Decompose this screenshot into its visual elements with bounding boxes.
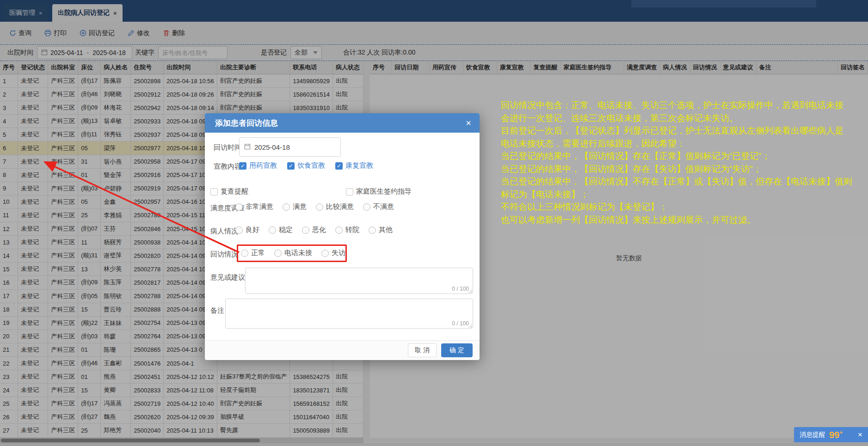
dialog-title: 添加患者回访信息 xyxy=(215,118,278,128)
patient-condition-label: 病人情况 xyxy=(210,227,238,236)
radio-option[interactable]: 正常 xyxy=(241,249,265,257)
dialog-header: 添加患者回访信息 × xyxy=(205,113,480,133)
checkbox-icon[interactable]: ✓ xyxy=(239,162,246,170)
checkbox-icon[interactable]: ✓ xyxy=(287,162,295,170)
patient-condition-radio-group: 良好稳定恶化转院其他 xyxy=(235,226,393,234)
radio-icon[interactable] xyxy=(369,226,376,234)
checkbox-option[interactable]: ✓用药宣教 xyxy=(239,161,277,170)
visit-time-label: 回访时间 xyxy=(214,143,241,152)
radio-icon[interactable] xyxy=(302,226,309,234)
opinion-label: 意见或建议 xyxy=(210,273,245,282)
calendar-icon xyxy=(244,143,251,151)
close-icon[interactable]: × xyxy=(466,118,471,128)
education-checkbox-group: ✓用药宣教✓饮食宣教✓康复宣教 xyxy=(239,161,373,170)
radio-icon[interactable] xyxy=(274,250,282,257)
remark-textarea[interactable] xyxy=(226,299,473,328)
radio-icon[interactable] xyxy=(235,203,243,211)
radio-option[interactable]: 稳定 xyxy=(269,226,293,234)
radio-option[interactable]: 转院 xyxy=(335,226,359,234)
close-icon[interactable]: × xyxy=(858,430,862,440)
visit-date-value: 2025-04-18 xyxy=(254,143,290,151)
radio-icon[interactable] xyxy=(235,226,243,234)
opinion-textarea-wrap: 0 / 100 xyxy=(245,268,473,294)
radio-icon[interactable] xyxy=(363,203,370,211)
dialog-footer: 取 消 确 定 xyxy=(205,340,480,360)
checkbox-icon[interactable] xyxy=(210,188,218,196)
radio-option[interactable]: 其他 xyxy=(369,226,393,234)
radio-option[interactable]: 恶化 xyxy=(302,226,326,234)
cancel-button[interactable]: 取 消 xyxy=(408,343,437,357)
review-reminder-checkbox[interactable]: 复查提醒 xyxy=(210,187,248,196)
radio-icon[interactable] xyxy=(321,250,329,257)
education-label: 宣教内容 xyxy=(214,162,241,171)
radio-option[interactable]: 电话未接 xyxy=(274,249,312,257)
opinion-counter: 0 / 100 xyxy=(452,286,469,292)
remark-textarea-wrap: 0 / 100 xyxy=(225,299,473,329)
checkbox-icon[interactable] xyxy=(346,188,353,196)
visit-date-input[interactable]: 2025-04-18 xyxy=(239,137,341,157)
radio-option[interactable]: 比较满意 xyxy=(316,202,354,211)
radio-option[interactable]: 不满意 xyxy=(363,202,394,211)
checkbox-option[interactable]: ✓饮食宣教 xyxy=(287,161,325,170)
radio-option[interactable]: 非常满意 xyxy=(235,202,273,211)
radio-option[interactable]: 良好 xyxy=(235,226,259,234)
radio-icon[interactable] xyxy=(335,226,343,234)
checkbox-icon[interactable]: ✓ xyxy=(335,162,343,170)
radio-icon[interactable] xyxy=(241,250,248,257)
opinion-textarea[interactable] xyxy=(246,268,473,293)
followup-result-label: 回访情况 xyxy=(210,250,238,259)
satisfaction-radio-group: 非常满意满意比较满意不满意 xyxy=(235,202,394,211)
message-badge-label: 消息提醒 xyxy=(800,431,825,439)
add-followup-dialog: 添加患者回访信息 × 回访时间 2025-04-18 宣教内容 ✓用药宣教✓饮食… xyxy=(205,113,480,360)
family-doctor-checkbox[interactable]: 家庭医生签约指导 xyxy=(346,187,412,196)
radio-icon[interactable] xyxy=(316,203,323,211)
message-badge[interactable]: 消息提醒 99+ × xyxy=(794,427,868,442)
confirm-button[interactable]: 确 定 xyxy=(441,343,473,357)
remark-label: 备注 xyxy=(210,306,224,315)
radio-icon[interactable] xyxy=(269,226,276,234)
followup-result-radio-group: 正常电话未接失访 xyxy=(241,249,345,257)
remark-counter: 0 / 100 xyxy=(452,320,469,327)
message-count: 99+ xyxy=(829,430,843,440)
radio-option[interactable]: 失访 xyxy=(321,249,345,257)
radio-option[interactable]: 满意 xyxy=(283,202,307,211)
radio-icon[interactable] xyxy=(283,203,290,211)
checkbox-option[interactable]: ✓康复宣教 xyxy=(335,161,373,170)
